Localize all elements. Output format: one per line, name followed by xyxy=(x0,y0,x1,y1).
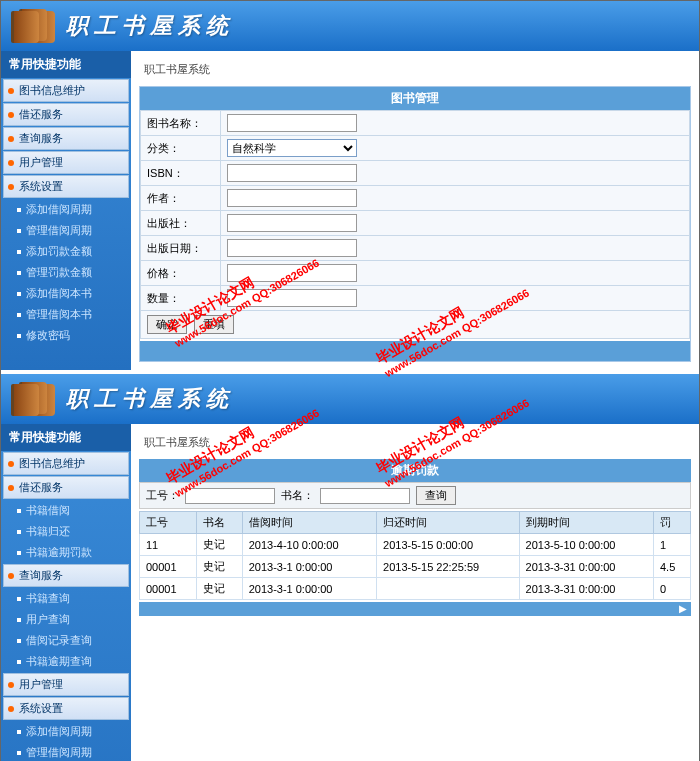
input-author[interactable] xyxy=(227,189,357,207)
label-price: 价格： xyxy=(141,261,221,286)
menu-borrow-return-2[interactable]: 借还服务 xyxy=(3,476,129,499)
sub-manage-fine[interactable]: 管理罚款金额 xyxy=(1,262,131,283)
search-bar: 工号： 书名： 查询 xyxy=(139,482,691,509)
panel-title: 图书管理 xyxy=(140,87,690,110)
sub-change-password[interactable]: 修改密码 xyxy=(1,325,131,346)
menu-users-2[interactable]: 用户管理 xyxy=(3,673,129,696)
search-label-name: 书名： xyxy=(281,488,314,503)
sub-book-borrow[interactable]: 书籍借阅 xyxy=(1,500,131,521)
search-input-name[interactable] xyxy=(320,488,410,504)
sidebar-2: 常用快捷功能 图书信息维护 借还服务 书籍借阅 书籍归还 书籍逾期罚款 查询服务… xyxy=(1,424,131,761)
sub-user-query[interactable]: 用户查询 xyxy=(1,609,131,630)
sub-borrow-record-query[interactable]: 借阅记录查询 xyxy=(1,630,131,651)
app-title-2: 职工书屋系统 xyxy=(66,384,234,414)
table-row[interactable]: 00001史记2013-3-1 0:00:002013-3-31 0:00:00… xyxy=(140,578,691,600)
main-content-2: 职工书屋系统 逾期罚款 工号： 书名： 查询 工号书名借阅时间归还时间到期时间罚… xyxy=(131,424,699,761)
label-author: 作者： xyxy=(141,186,221,211)
table-title: 逾期罚款 xyxy=(139,459,691,482)
table-col: 罚 xyxy=(654,512,691,534)
menu-borrow-return[interactable]: 借还服务 xyxy=(3,103,129,126)
menu-system-2[interactable]: 系统设置 xyxy=(3,697,129,720)
sub-manage-borrow-period-2[interactable]: 管理借阅周期 xyxy=(1,742,131,761)
sub-add-borrow-book[interactable]: 添加借阅本书 xyxy=(1,283,131,304)
sub-manage-borrow-book[interactable]: 管理借阅本书 xyxy=(1,304,131,325)
select-category[interactable]: 自然科学 xyxy=(227,139,357,157)
books-icon xyxy=(11,9,51,44)
label-name: 图书名称： xyxy=(141,111,221,136)
breadcrumb-2: 职工书屋系统 xyxy=(139,432,691,453)
table-col: 工号 xyxy=(140,512,197,534)
input-publisher[interactable] xyxy=(227,214,357,232)
label-pubdate: 出版日期： xyxy=(141,236,221,261)
h-scrollbar[interactable]: ▶ xyxy=(139,602,691,616)
sub-book-query[interactable]: 书籍查询 xyxy=(1,588,131,609)
input-qty[interactable] xyxy=(227,289,357,307)
table-row[interactable]: 00001史记2013-3-1 0:00:002013-5-15 22:25:5… xyxy=(140,556,691,578)
menu-query[interactable]: 查询服务 xyxy=(3,127,129,150)
menu-query-2[interactable]: 查询服务 xyxy=(3,564,129,587)
scroll-right-icon[interactable]: ▶ xyxy=(679,603,687,614)
input-price[interactable] xyxy=(227,264,357,282)
sidebar-title-2: 常用快捷功能 xyxy=(1,424,131,451)
label-isbn: ISBN： xyxy=(141,161,221,186)
menu-users[interactable]: 用户管理 xyxy=(3,151,129,174)
input-book-name[interactable] xyxy=(227,114,357,132)
menu-system[interactable]: 系统设置 xyxy=(3,175,129,198)
menu-book-info-2[interactable]: 图书信息维护 xyxy=(3,452,129,475)
input-isbn[interactable] xyxy=(227,164,357,182)
fine-table: 工号书名借阅时间归还时间到期时间罚 11史记2013-4-10 0:00:002… xyxy=(139,511,691,600)
books-icon xyxy=(11,382,51,417)
table-col: 到期时间 xyxy=(519,512,653,534)
sub-add-borrow-period[interactable]: 添加借阅周期 xyxy=(1,199,131,220)
sidebar-title: 常用快捷功能 xyxy=(1,51,131,78)
input-pubdate[interactable] xyxy=(227,239,357,257)
panel-footer xyxy=(140,341,690,361)
app-header: 职工书屋系统 xyxy=(1,1,699,51)
app-header-2: 职工书屋系统 xyxy=(1,374,699,424)
label-category: 分类： xyxy=(141,136,221,161)
table-row[interactable]: 11史记2013-4-10 0:00:002013-5-15 0:00:0020… xyxy=(140,534,691,556)
sub-overdue-fine[interactable]: 书籍逾期罚款 xyxy=(1,542,131,563)
sub-manage-borrow-period[interactable]: 管理借阅周期 xyxy=(1,220,131,241)
main-content: 职工书屋系统 图书管理 图书名称： 分类：自然科学 ISBN： 作者： 出版社：… xyxy=(131,51,699,370)
breadcrumb: 职工书屋系统 xyxy=(139,59,691,80)
search-button[interactable]: 查询 xyxy=(416,486,456,505)
sub-add-fine[interactable]: 添加罚款金额 xyxy=(1,241,131,262)
sub-book-return[interactable]: 书籍归还 xyxy=(1,521,131,542)
reset-button[interactable]: 重填 xyxy=(194,315,234,334)
sidebar: 常用快捷功能 图书信息维护 借还服务 查询服务 用户管理 系统设置 添加借阅周期… xyxy=(1,51,131,370)
label-publisher: 出版社： xyxy=(141,211,221,236)
search-input-id[interactable] xyxy=(185,488,275,504)
app-title: 职工书屋系统 xyxy=(66,11,234,41)
menu-book-info[interactable]: 图书信息维护 xyxy=(3,79,129,102)
submit-button[interactable]: 确定 xyxy=(147,315,187,334)
table-col: 借阅时间 xyxy=(242,512,376,534)
search-label-id: 工号： xyxy=(146,488,179,503)
table-col: 书名 xyxy=(196,512,242,534)
table-col: 归还时间 xyxy=(377,512,519,534)
label-qty: 数量： xyxy=(141,286,221,311)
book-form-panel: 图书管理 图书名称： 分类：自然科学 ISBN： 作者： 出版社： 出版日期： … xyxy=(139,86,691,362)
sub-overdue-query[interactable]: 书籍逾期查询 xyxy=(1,651,131,672)
sub-add-borrow-period-2[interactable]: 添加借阅周期 xyxy=(1,721,131,742)
